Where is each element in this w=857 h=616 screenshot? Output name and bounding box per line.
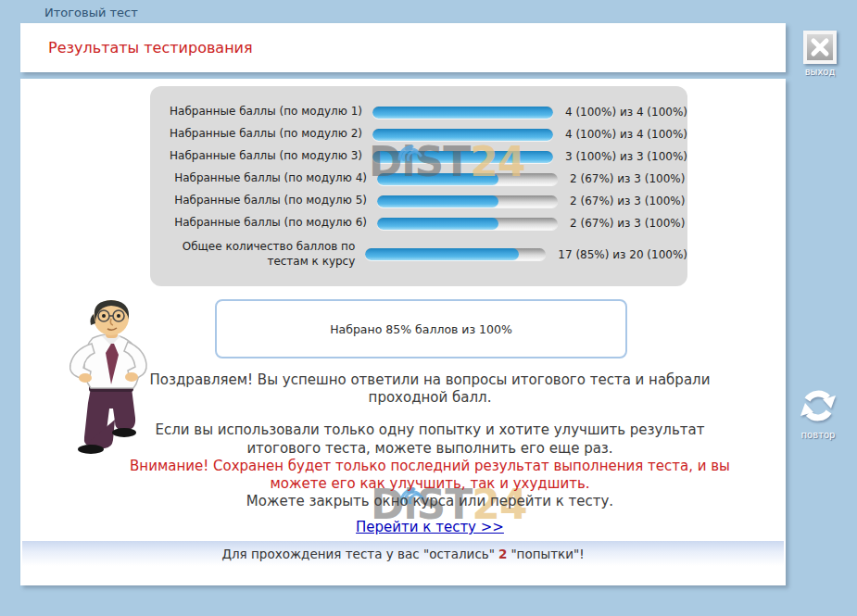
score-bar-track	[377, 173, 558, 185]
score-row-value: 2 (67%) из 3 (100%)	[570, 195, 685, 207]
repeat-button-label: повтор	[797, 430, 839, 440]
retry-info-text: Если вы использовали только одну попытку…	[130, 421, 730, 457]
score-bar-fill	[377, 195, 498, 207]
score-row-value: 4 (100%) из 4 (100%)	[565, 128, 687, 141]
score-row-value: 2 (67%) из 3 (100%)	[570, 172, 685, 185]
attempts-count: 2	[498, 547, 507, 561]
score-bar-track	[377, 195, 558, 207]
go-to-test-link-wrap: Перейти к тесту >>	[130, 518, 730, 535]
score-bar-fill	[377, 173, 498, 185]
score-row-label: Общее количество баллов по тестам к курс…	[167, 240, 355, 269]
score-bar-track	[365, 248, 546, 260]
score-row-label: Набранные баллы (по модулю 5)	[167, 194, 367, 208]
page-title: Результаты тестирования	[48, 39, 253, 57]
close-icon	[803, 31, 837, 64]
congrats-text: Поздравляем! Вы успешно ответили на вопр…	[130, 371, 730, 407]
score-row-label: Набранные баллы (по модулю 3)	[167, 149, 362, 164]
exit-button-label: выход	[799, 67, 841, 77]
score-row-value: 4 (100%) из 4 (100%)	[565, 106, 687, 119]
score-row: Набранные баллы (по модулю 6) 2 (67%) из…	[150, 212, 687, 234]
score-row: Набранные баллы (по модулю 2) 4 (100%) и…	[150, 123, 687, 145]
score-row-label: Набранные баллы (по модулю 6)	[167, 216, 367, 231]
score-row-value: 2 (67%) из 3 (100%)	[570, 217, 685, 230]
result-messages: Поздравляем! Вы успешно ответили на вопр…	[130, 371, 730, 510]
score-rows: Набранные баллы (по модулю 1) 4 (100%) и…	[150, 101, 687, 269]
attempts-prefix: Для прохождения теста у вас "остались"	[221, 547, 495, 561]
attempts-suffix: "попытки"!	[510, 547, 584, 561]
score-bar-fill	[372, 107, 553, 119]
score-bar-track	[372, 129, 553, 141]
score-bar-track	[372, 107, 553, 119]
score-bar-fill	[372, 129, 553, 141]
score-row: Набранные баллы (по модулю 3) 3 (100%) и…	[150, 145, 687, 168]
exit-button[interactable]: выход	[799, 31, 841, 77]
score-bar-track	[377, 218, 558, 230]
attempts-bar: Для прохождения теста у вас "остались" 2…	[22, 541, 784, 566]
score-row-value: 17 (85%) из 20 (100%)	[558, 248, 687, 261]
repeat-button[interactable]: повтор	[797, 384, 839, 440]
score-bar-fill	[372, 151, 553, 163]
main-panel: Набранные баллы (по модулю 1) 4 (100%) и…	[20, 79, 786, 585]
score-row: Набранные баллы (по модулю 1) 4 (100%) и…	[150, 101, 687, 123]
score-row: Общее количество баллов по тестам к курс…	[150, 240, 687, 269]
score-bar-fill	[365, 248, 519, 260]
header-panel: Результаты тестирования	[20, 23, 786, 72]
score-row: Набранные баллы (по модулю 4) 2 (67%) из…	[150, 168, 687, 190]
score-row-label: Набранные баллы (по модулю 4)	[167, 171, 367, 186]
score-row-label: Набранные баллы (по модулю 1)	[167, 105, 362, 119]
go-to-test-link[interactable]: Перейти к тесту >>	[356, 519, 504, 535]
results-panel: Набранные баллы (по модулю 1) 4 (100%) и…	[150, 86, 687, 286]
summary-box: Набрано 85% баллов из 100%	[215, 299, 627, 358]
score-row-value: 3 (100%) из 3 (100%)	[565, 150, 687, 163]
score-row-label: Набранные баллы (по модулю 2)	[167, 127, 362, 142]
score-bar-track	[372, 151, 553, 163]
close-info-text: Можете закрыть окно курса или перейти к …	[130, 493, 730, 510]
summary-text: Набрано 85% баллов из 100%	[330, 322, 512, 336]
score-row: Набранные баллы (по модулю 5) 2 (67%) из…	[150, 190, 687, 212]
repeat-icon	[797, 384, 839, 427]
warning-text: Внимание! Сохранен будет только последни…	[130, 458, 730, 493]
window-title: Итоговый тест	[44, 6, 138, 19]
score-bar-fill	[377, 218, 498, 230]
